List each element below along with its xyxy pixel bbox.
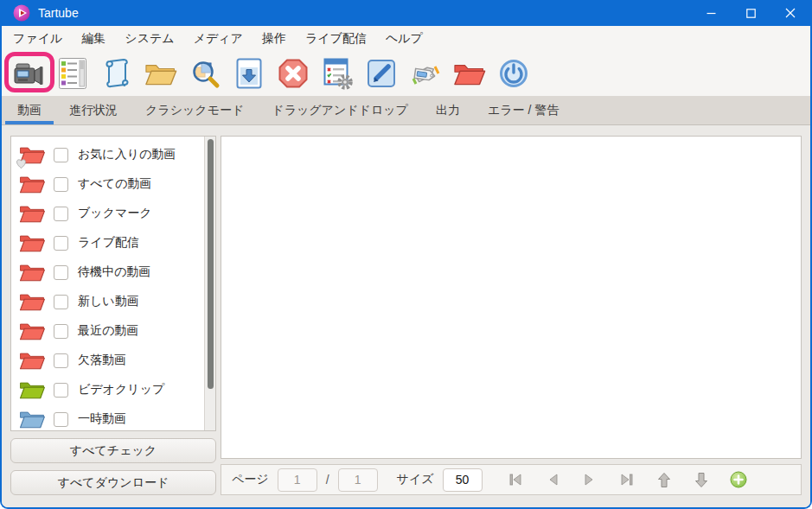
download-all-button[interactable]: すべてダウンロード — [10, 470, 216, 495]
menu-operations[interactable]: 操作 — [253, 28, 296, 50]
next-page-button — [581, 471, 598, 488]
toolbar-button-open-folder[interactable] — [141, 54, 181, 93]
sidebar-item-new-videos[interactable]: 新しい動画 — [11, 287, 204, 316]
toolbar-button-quit[interactable] — [494, 54, 534, 93]
red-folder-icon — [18, 349, 46, 372]
green-folder-icon — [18, 379, 46, 401]
heart-icon — [15, 157, 28, 169]
item-checkbox[interactable] — [54, 353, 68, 368]
sidebar-item-all-videos[interactable]: すべての動画 — [11, 169, 204, 199]
red-folder-icon — [18, 232, 46, 254]
tab-classic-mode[interactable]: クラシックモード — [131, 96, 258, 124]
scrollbar-thumb[interactable] — [208, 139, 214, 389]
toolbar-button-tags[interactable] — [406, 54, 445, 93]
tab-output[interactable]: 出力 — [422, 96, 474, 124]
titlebar: Tartube — [2, 0, 810, 26]
tab-drag-and-drop[interactable]: ドラッグアンドドロップ — [258, 96, 422, 124]
sidebar-item-bookmarks[interactable]: ブックマーク — [11, 199, 204, 228]
red-folder-icon — [18, 320, 46, 342]
menu-help[interactable]: ヘルプ — [376, 28, 432, 50]
add-button[interactable] — [730, 471, 747, 488]
item-checkbox[interactable] — [54, 265, 68, 280]
sidebar-item-video-clips[interactable]: ビデオクリップ — [11, 375, 204, 404]
toolbar-button-download[interactable] — [229, 54, 269, 93]
sidebar-scrollbar[interactable] — [204, 137, 215, 430]
toolbar — [2, 51, 810, 96]
tabstrip: 動画 進行状況 クラシックモード ドラッグアンドドロップ 出力 エラー / 警告 — [2, 96, 810, 125]
menu-file[interactable]: ファイル — [3, 28, 72, 50]
next-page-icon — [584, 473, 596, 487]
pagination-controls — [507, 471, 767, 488]
tab-errors-warnings[interactable]: エラー / 警告 — [474, 96, 572, 124]
item-checkbox[interactable] — [54, 207, 68, 221]
previous-page-icon — [547, 473, 559, 487]
menu-system[interactable]: システム — [115, 28, 183, 50]
tab-progress[interactable]: 進行状況 — [55, 96, 131, 124]
move-up-button — [655, 471, 673, 488]
item-checkbox[interactable] — [54, 295, 68, 309]
sidebar-item-waiting-videos[interactable]: 待機中の動画 — [11, 258, 204, 287]
search-icon — [188, 56, 222, 91]
first-page-icon — [508, 473, 523, 487]
tab-label: ドラッグアンドドロップ — [272, 103, 408, 118]
toolbar-button-scroll[interactable] — [97, 54, 137, 93]
toolbar-button-stop[interactable] — [273, 54, 313, 93]
media-list: お気に入りの動画 すべての動画 ブックマーク — [11, 137, 204, 430]
sidebar-item-livestreams[interactable]: ライブ配信 — [11, 228, 204, 258]
item-checkbox[interactable] — [54, 236, 68, 251]
menu-livestream[interactable]: ライブ配信 — [296, 28, 376, 50]
red-folder-icon — [452, 60, 487, 88]
tab-label: 動画 — [17, 103, 42, 118]
page-total-input — [338, 468, 378, 492]
sidebar-item-label: ブックマーク — [78, 206, 152, 221]
media-list-panel: お気に入りの動画 すべての動画 ブックマーク — [10, 136, 216, 431]
video-camera-icon — [11, 60, 46, 87]
tartube-window: Tartube ファイル 編集 システム メディア 操作 ライブ配信 ヘルプ — [0, 0, 812, 509]
item-checkbox[interactable] — [54, 148, 68, 162]
toolbar-button-general-options[interactable] — [317, 54, 357, 93]
close-button[interactable] — [770, 0, 810, 26]
table-settings-icon — [320, 56, 355, 91]
maximize-icon — [746, 9, 756, 18]
window-controls — [691, 0, 810, 26]
sidebar-item-temporary-videos[interactable]: 一時動画 — [11, 404, 204, 430]
media-list-icon — [56, 56, 89, 91]
tab-videos[interactable]: 動画 — [3, 96, 55, 124]
add-icon — [730, 471, 747, 488]
item-checkbox[interactable] — [54, 383, 68, 398]
sidebar-item-recent-videos[interactable]: 最近の動画 — [11, 316, 204, 346]
sidebar-item-label: 欠落動画 — [78, 353, 126, 368]
move-up-icon — [657, 472, 671, 488]
menu-media[interactable]: メディア — [184, 28, 253, 50]
sidebar-item-label: ビデオクリップ — [78, 382, 164, 398]
toolbar-button-media-list[interactable] — [53, 54, 93, 93]
page-separator: / — [326, 473, 329, 487]
sidebar-item-label: お気に入りの動画 — [78, 147, 176, 162]
sidebar-item-label: 一時動画 — [78, 411, 126, 427]
stop-icon — [276, 56, 310, 91]
page-size-input[interactable] — [443, 468, 483, 492]
page-current-input — [278, 468, 317, 492]
scroll-icon — [99, 56, 134, 91]
menu-edit[interactable]: 編集 — [72, 28, 115, 50]
item-checkbox[interactable] — [54, 177, 68, 192]
sidebar-item-missing-videos[interactable]: 欠落動画 — [11, 346, 204, 375]
edit-icon — [364, 56, 399, 91]
download-icon — [233, 56, 265, 91]
toolbar-button-videos[interactable] — [9, 54, 48, 93]
sidebar-item-favourite-videos[interactable]: お気に入りの動画 — [11, 140, 204, 169]
toolbar-button-edit[interactable] — [361, 54, 401, 93]
item-checkbox[interactable] — [54, 412, 68, 427]
sidebar-item-label: 新しい動画 — [78, 294, 139, 309]
minimize-button[interactable] — [691, 0, 731, 26]
check-all-button[interactable]: すべてチェック — [10, 438, 216, 463]
sidebar-item-label: 最近の動画 — [78, 323, 138, 339]
item-checkbox[interactable] — [54, 324, 68, 339]
catalogue-toolbar: ページ / サイズ — [221, 464, 802, 495]
toolbar-button-output-folder[interactable] — [450, 54, 489, 93]
content-area: お気に入りの動画 すべての動画 ブックマーク — [2, 125, 810, 507]
maximize-button[interactable] — [731, 0, 770, 26]
tab-label: クラシックモード — [145, 103, 244, 118]
video-catalogue-panel — [221, 136, 802, 459]
toolbar-button-search[interactable] — [185, 54, 225, 93]
